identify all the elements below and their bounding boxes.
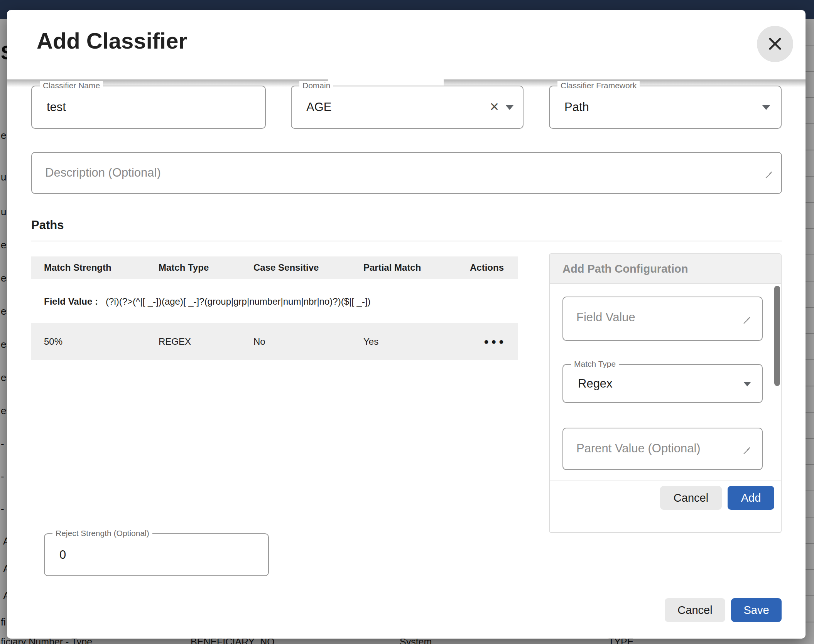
- screen: S e u u es es es es es es - I - I - - A …: [0, 0, 814, 644]
- classifier-framework-label: Classifier Framework: [557, 81, 640, 90]
- classifier-framework-select[interactable]: Classifier Framework Path: [549, 86, 782, 129]
- cell-match-strength: 50%: [44, 323, 62, 360]
- parent-value-textarea[interactable]: [562, 428, 763, 470]
- domain-select[interactable]: Domain AGE ×: [291, 86, 524, 129]
- classifier-name-value: test: [47, 100, 66, 114]
- cancel-button[interactable]: Cancel: [665, 598, 725, 622]
- cell-case-sensitive: No: [253, 323, 265, 360]
- clear-icon[interactable]: ×: [490, 99, 499, 114]
- classifier-name-field[interactable]: Classifier Name test: [31, 86, 266, 129]
- row-actions-menu-icon[interactable]: ●●●: [470, 323, 520, 360]
- field-value-label: Field Value :: [44, 296, 98, 307]
- table-row[interactable]: 50% REGEX No Yes ●●●: [31, 323, 518, 360]
- classifier-framework-value: Path: [564, 100, 589, 114]
- col-match-type: Match Type: [159, 256, 209, 279]
- panel-header: Add Path Configuration: [550, 254, 781, 284]
- col-match-strength: Match Strength: [44, 256, 111, 279]
- match-type-value: Regex: [578, 377, 613, 391]
- panel-scrollbar-thumb[interactable]: [774, 286, 780, 386]
- panel-add-button[interactable]: Add: [728, 486, 774, 510]
- divider: [550, 480, 781, 481]
- chevron-down-icon[interactable]: [762, 105, 770, 110]
- match-type-select[interactable]: Match Type Regex: [562, 364, 763, 403]
- panel-cancel-button[interactable]: Cancel: [660, 486, 722, 510]
- field-value-regex: (?i)(?>(^|[ _-])(age)[ _-]?(group|grp|nu…: [106, 296, 370, 307]
- cell-match-type: REGEX: [159, 323, 191, 360]
- domain-value: AGE: [306, 100, 331, 114]
- description-textarea[interactable]: [31, 152, 782, 194]
- cell-partial-match: Yes: [363, 323, 378, 360]
- col-case-sensitive: Case Sensitive: [253, 256, 319, 279]
- add-classifier-dialog: Add Classifier Classifier Name test Doma…: [7, 10, 806, 639]
- paths-heading: Paths: [31, 218, 64, 232]
- classifier-name-label: Classifier Name: [40, 81, 103, 90]
- col-actions: Actions: [470, 256, 504, 279]
- match-type-label: Match Type: [571, 359, 619, 369]
- dialog-title: Add Classifier: [37, 28, 187, 54]
- resize-handle-icon[interactable]: [765, 170, 772, 177]
- close-button[interactable]: [757, 26, 793, 62]
- resize-handle-icon[interactable]: [743, 445, 750, 453]
- chevron-down-icon[interactable]: [506, 105, 513, 110]
- reject-strength-field[interactable]: Reject Strength (Optional) 0: [44, 533, 269, 576]
- save-button[interactable]: Save: [731, 598, 782, 622]
- field-value-textarea[interactable]: [562, 297, 763, 341]
- reject-strength-label: Reject Strength (Optional): [52, 529, 152, 538]
- domain-label: Domain: [299, 81, 333, 90]
- add-path-configuration-panel: Add Path Configuration Match Type Regex …: [549, 253, 782, 533]
- path-field-value-line: Field Value : (?i)(?>(^|[ _-])(age)[ _-]…: [44, 296, 371, 307]
- paths-table-header: Match Strength Match Type Case Sensitive…: [31, 256, 518, 279]
- divider: [31, 241, 782, 241]
- col-partial-match: Partial Match: [363, 256, 421, 279]
- panel-title: Add Path Configuration: [562, 254, 781, 284]
- reject-strength-value: 0: [59, 548, 66, 562]
- chevron-down-icon[interactable]: [743, 382, 751, 386]
- resize-handle-icon[interactable]: [743, 315, 750, 323]
